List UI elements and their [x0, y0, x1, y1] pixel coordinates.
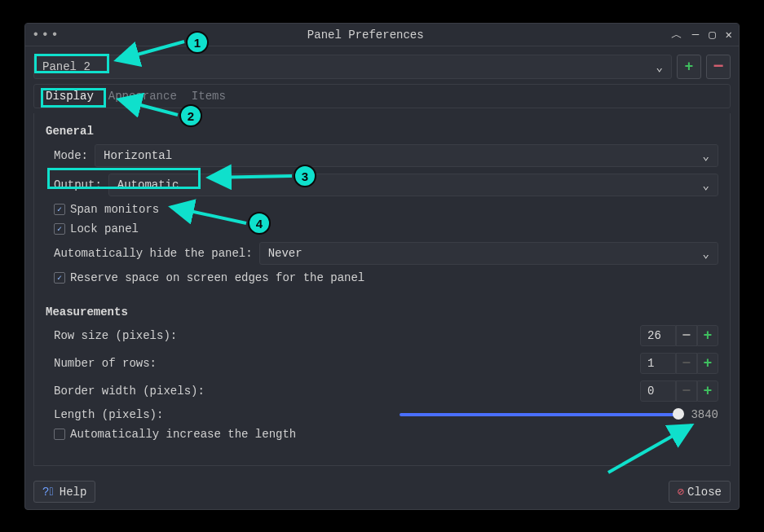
close-button[interactable]: ⊘ Close — [669, 481, 731, 503]
auto-increase-label: Automatically increase the length — [70, 428, 296, 441]
minimize-icon[interactable]: — — [692, 28, 699, 42]
border-width-label: Border width (pixels): — [54, 385, 640, 398]
output-select[interactable]: Automatic ⌄ — [108, 174, 718, 196]
tab-body: General Mode: Horizontal ⌄ Output: Autom… — [33, 113, 731, 466]
auto-increase-row: Automatically increase the length — [54, 428, 718, 441]
num-rows-decrement[interactable]: − — [676, 353, 697, 374]
section-measurements: Measurements — [46, 306, 718, 319]
length-slider[interactable] — [400, 413, 682, 416]
help-button[interactable]: ?⃝ Help — [33, 481, 95, 503]
num-rows-input[interactable]: 1 — [640, 353, 676, 374]
lock-panel-checkbox[interactable] — [54, 223, 65, 235]
add-panel-button[interactable]: + — [677, 55, 701, 79]
maximize-icon[interactable]: ▢ — [709, 28, 715, 42]
section-general: General — [46, 125, 718, 138]
reserve-space-checkbox[interactable] — [54, 272, 65, 284]
panel-selector-row: Panel 2 ⌄ + − — [33, 55, 731, 79]
border-width-decrement[interactable]: − — [676, 380, 697, 402]
autohide-value: Never — [268, 247, 303, 260]
length-label: Length (pixels): — [54, 408, 163, 421]
border-width-row: Border width (pixels): 0 − + — [54, 380, 718, 402]
window-menu-icon[interactable]: ••• — [32, 28, 60, 42]
window-title: Panel Preferences — [60, 29, 671, 42]
panel-preferences-window: ••• Panel Preferences ︿ — ▢ ✕ Panel 2 ⌄ … — [24, 23, 740, 510]
row-size-decrement[interactable]: − — [676, 325, 697, 346]
tab-display[interactable]: Display — [46, 90, 94, 103]
chevron-down-icon: ⌄ — [703, 178, 709, 192]
row-size-increment[interactable]: + — [697, 325, 718, 346]
window-controls: ︿ — ▢ ✕ — [671, 28, 732, 42]
help-icon: ?⃝ — [42, 486, 56, 499]
num-rows-increment[interactable]: + — [697, 353, 718, 374]
lock-panel-row: Lock panel — [54, 222, 718, 235]
footer: ?⃝ Help ⊘ Close — [25, 474, 739, 509]
span-monitors-checkbox[interactable] — [54, 204, 65, 215]
slider-thumb[interactable] — [673, 408, 684, 420]
mode-select[interactable]: Horizontal ⌄ — [95, 144, 718, 167]
output-label: Output: — [54, 178, 102, 191]
autohide-row: Automatically hide the panel: Never ⌄ — [54, 242, 718, 265]
autohide-select[interactable]: Never ⌄ — [259, 242, 718, 265]
output-value: Automatic — [117, 178, 179, 191]
length-value: 3840 — [691, 408, 718, 421]
tab-bar: Display Appearance Items — [33, 84, 731, 108]
close-icon: ⊘ — [678, 485, 684, 499]
window-up-icon[interactable]: ︿ — [671, 28, 682, 42]
mode-label: Mode: — [54, 149, 88, 162]
span-monitors-label: Span monitors — [70, 203, 159, 216]
close-label: Close — [687, 486, 722, 499]
auto-increase-checkbox[interactable] — [54, 429, 65, 440]
reserve-space-row: Reserve space on screen edges for the pa… — [54, 271, 718, 284]
length-row: Length (pixels): 3840 — [54, 408, 718, 421]
chevron-down-icon: ⌄ — [703, 247, 709, 261]
num-rows-label: Number of rows: — [54, 357, 640, 370]
tab-items[interactable]: Items — [192, 90, 226, 103]
output-row: Output: Automatic ⌄ — [54, 174, 718, 196]
border-width-increment[interactable]: + — [697, 380, 718, 402]
help-label: Help — [60, 486, 87, 499]
chevron-down-icon: ⌄ — [656, 60, 663, 74]
chevron-down-icon: ⌄ — [703, 149, 709, 163]
titlebar: ••• Panel Preferences ︿ — ▢ ✕ — [25, 24, 739, 46]
panel-selector-value: Panel 2 — [42, 60, 91, 73]
row-size-label: Row size (pixels): — [54, 329, 640, 342]
close-window-icon[interactable]: ✕ — [726, 28, 732, 42]
border-width-input[interactable]: 0 — [640, 380, 676, 402]
num-rows-row: Number of rows: 1 − + — [54, 353, 718, 374]
row-size-row: Row size (pixels): 26 − + — [54, 325, 718, 346]
content: Panel 2 ⌄ + − Display Appearance Items G… — [25, 46, 739, 474]
remove-panel-button[interactable]: − — [706, 55, 731, 79]
lock-panel-label: Lock panel — [70, 222, 139, 235]
row-size-input[interactable]: 26 — [640, 325, 676, 346]
autohide-label: Automatically hide the panel: — [54, 247, 253, 260]
tab-appearance[interactable]: Appearance — [108, 90, 177, 103]
span-monitors-row: Span monitors — [54, 203, 718, 216]
mode-value: Horizontal — [104, 149, 172, 162]
panel-selector[interactable]: Panel 2 ⌄ — [33, 55, 672, 79]
mode-row: Mode: Horizontal ⌄ — [54, 144, 718, 167]
reserve-space-label: Reserve space on screen edges for the pa… — [70, 271, 364, 284]
